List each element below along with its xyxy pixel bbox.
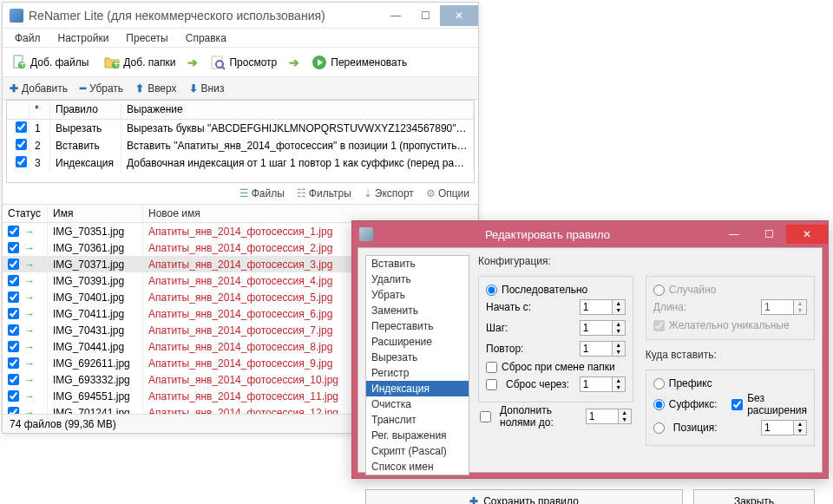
add-files-button[interactable]: + Доб. файлы <box>8 53 92 72</box>
pad-spinner[interactable]: ▲▼ <box>619 409 632 424</box>
minimize-button[interactable]: — <box>381 5 410 26</box>
rule-type-item[interactable]: Транслит <box>366 412 469 428</box>
rule-type-item[interactable]: Вставить <box>366 256 469 272</box>
reset-every-spinner[interactable]: ▲▼ <box>613 376 626 392</box>
random-radio[interactable] <box>653 285 665 296</box>
reset-every-checkbox[interactable] <box>486 379 497 390</box>
tab-files[interactable]: ☰Файлы <box>239 187 285 200</box>
rule-type-item[interactable]: Индексация <box>366 381 469 396</box>
rule-type-item[interactable]: Очистка <box>366 396 469 412</box>
rule-up-button[interactable]: ⬆Вверх <box>135 82 176 95</box>
length-spinner: ▲▼ <box>794 299 807 315</box>
rule-type-list[interactable]: ВставитьУдалитьУбратьЗаменитьПереставить… <box>365 255 469 475</box>
close-button[interactable]: ✕ <box>440 5 478 26</box>
close-dialog-button[interactable]: Закрыть <box>693 489 815 504</box>
rule-checkbox[interactable] <box>16 121 27 133</box>
preview-icon <box>210 55 226 70</box>
menu-file[interactable]: Файл <box>8 30 48 46</box>
file-checkbox[interactable] <box>8 291 19 303</box>
start-input[interactable] <box>580 299 613 315</box>
add-folders-button[interactable]: + Доб. папки <box>101 53 179 72</box>
rule-type-item[interactable]: Убрать <box>366 287 469 303</box>
rules-col-expr[interactable]: Выражение <box>121 101 474 119</box>
rules-col-num[interactable]: * <box>30 101 50 119</box>
rule-type-item[interactable]: Вырезать <box>366 350 469 365</box>
rule-row[interactable]: 2ВставитьВставить "Апатиты_янв_2014_фото… <box>7 137 474 154</box>
file-checkbox[interactable] <box>8 275 19 286</box>
tab-filters[interactable]: ☷Фильтры <box>297 187 351 200</box>
position-spinner[interactable]: ▲▼ <box>794 420 807 435</box>
rules-col-rule[interactable]: Правило <box>50 101 121 119</box>
rename-button[interactable]: Переименовать <box>308 53 410 72</box>
arrow-right-icon: → <box>24 357 35 370</box>
file-checkbox[interactable] <box>8 259 19 270</box>
preview-button[interactable]: Просмотр <box>207 53 280 72</box>
file-checkbox[interactable] <box>8 357 19 369</box>
file-checkbox[interactable] <box>8 341 19 352</box>
rule-add-button[interactable]: ✚Добавить <box>10 82 68 95</box>
menu-help[interactable]: Справка <box>179 30 233 46</box>
rule-type-item[interactable]: Удалить <box>366 272 469 287</box>
position-input[interactable] <box>761 420 794 435</box>
files-icon: ☰ <box>239 187 249 200</box>
files-col-new[interactable]: Новое имя <box>143 205 478 222</box>
rule-checkbox[interactable] <box>16 156 27 167</box>
rule-checkbox[interactable] <box>16 139 27 150</box>
suffix-radio[interactable] <box>653 399 665 410</box>
file-checkbox[interactable] <box>8 242 19 253</box>
start-spinner[interactable]: ▲▼ <box>613 299 626 315</box>
file-checkbox[interactable] <box>8 324 19 336</box>
reset-folder-checkbox[interactable] <box>486 362 497 373</box>
rule-type-item[interactable]: Регистр <box>366 365 469 381</box>
export-icon: ⇣ <box>364 187 372 200</box>
rule-type-item[interactable]: Скрипт (Pascal) <box>366 443 469 459</box>
pad-input[interactable] <box>586 409 619 424</box>
rule-type-item[interactable]: Рег. выражения <box>366 428 469 443</box>
rule-type-item[interactable]: Переставить <box>366 318 469 334</box>
prefix-radio[interactable] <box>653 378 665 389</box>
files-col-status[interactable]: Статус <box>3 205 48 222</box>
dialog-maximize-button[interactable]: ☐ <box>751 225 786 244</box>
arrow-right-icon: → <box>24 291 35 304</box>
step-spinner[interactable]: ▲▼ <box>613 320 626 336</box>
position-radio[interactable] <box>653 422 665 434</box>
rule-remove-button[interactable]: ━Убрать <box>80 82 123 95</box>
maximize-button[interactable]: ☐ <box>410 5 440 26</box>
save-rule-button[interactable]: ✚Сохранить правило <box>365 489 683 504</box>
menu-presets[interactable]: Пресеты <box>119 30 174 46</box>
step-input[interactable] <box>580 320 613 336</box>
rule-type-item[interactable]: Заменить <box>366 303 469 318</box>
dialog-minimize-button[interactable]: — <box>717 225 751 244</box>
dialog-titlebar[interactable]: Редактировать правило — ☐ ✕ <box>352 221 828 247</box>
files-col-name[interactable]: Имя <box>48 205 143 222</box>
tab-export[interactable]: ⇣Экспорт <box>364 187 414 200</box>
rules-col-check[interactable] <box>7 101 30 119</box>
rule-row[interactable]: 3ИндексацияДобавочная индексация от 1 ша… <box>7 154 474 172</box>
arrow-right-icon: → <box>24 374 35 386</box>
rule-type-item[interactable]: Расширение <box>366 334 469 350</box>
arrow-right-icon: → <box>24 259 35 271</box>
sequential-radio[interactable] <box>486 285 497 296</box>
titlebar[interactable]: ReNamer Lite (для некоммерческого исполь… <box>3 3 478 29</box>
where-label: Куда вставить: <box>646 349 815 361</box>
svg-text:+: + <box>20 57 26 69</box>
dialog-close-button[interactable]: ✕ <box>786 225 828 244</box>
menubar: Файл Настройки Пресеты Справка <box>3 29 478 48</box>
file-checkbox[interactable] <box>8 374 19 385</box>
arrow-down-icon: ⬇ <box>189 82 198 95</box>
plus-icon: ✚ <box>469 495 478 504</box>
rule-type-item[interactable]: Список имен <box>366 459 469 475</box>
menu-settings[interactable]: Настройки <box>51 30 116 46</box>
rule-down-button[interactable]: ⬇Вниз <box>189 82 225 95</box>
file-checkbox[interactable] <box>8 226 19 237</box>
repeat-input[interactable] <box>580 341 613 357</box>
tab-options[interactable]: ⚙Опции <box>426 187 469 200</box>
repeat-spinner[interactable]: ▲▼ <box>613 341 626 357</box>
pad-checkbox[interactable] <box>480 411 491 422</box>
file-checkbox[interactable] <box>8 390 19 402</box>
rule-row[interactable]: 1ВырезатьВырезать буквы "ABCDEFGHIJKLMNO… <box>7 120 474 137</box>
noext-checkbox[interactable] <box>731 399 743 410</box>
rename-label: Переименовать <box>331 56 407 69</box>
file-checkbox[interactable] <box>8 308 19 319</box>
reset-every-input[interactable] <box>580 376 613 392</box>
